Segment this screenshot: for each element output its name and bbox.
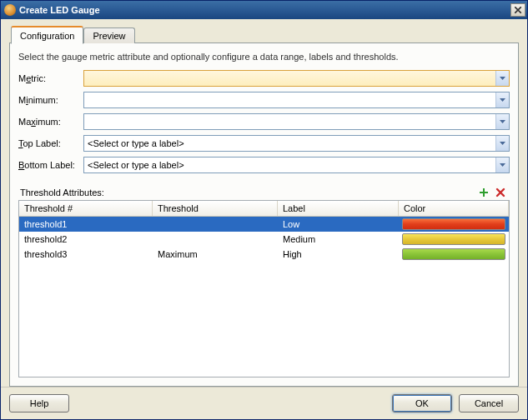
col-threshold[interactable]: Threshold xyxy=(153,201,278,216)
form-grid: Metric: Minimum: Maximum: xyxy=(18,70,510,173)
tab-configuration[interactable]: Configuration xyxy=(11,26,83,44)
bottom-label-combo-value: <Select or type a label> xyxy=(84,160,495,170)
table-row[interactable]: threshold1Low xyxy=(19,217,509,232)
threshold-table-body: threshold1Lowthreshold2Mediumthreshold3M… xyxy=(19,217,509,377)
minimum-label: Minimum: xyxy=(18,95,83,105)
threshold-section-title: Threshold Attributes: xyxy=(20,188,104,198)
color-swatch xyxy=(402,233,505,245)
metric-label: Metric: xyxy=(18,73,83,83)
metric-combo-arrow[interactable] xyxy=(495,71,509,86)
app-icon xyxy=(4,4,16,16)
ok-button[interactable]: OK xyxy=(392,394,452,412)
cell-label: Low xyxy=(278,219,399,229)
add-threshold-icon[interactable] xyxy=(478,187,490,198)
top-label-label: Top Label: xyxy=(18,138,83,148)
maximum-label: Maximum: xyxy=(18,117,83,127)
metric-combo[interactable] xyxy=(83,70,510,87)
cell-threshold: Maximum xyxy=(153,249,278,259)
bottom-label-combo[interactable]: <Select or type a label> xyxy=(83,157,510,173)
threshold-table: Threshold # Threshold Label Color thresh… xyxy=(18,200,510,378)
color-swatch xyxy=(402,218,505,230)
cell-threshold-num: threshold2 xyxy=(19,234,153,244)
window-title: Create LED Gauge xyxy=(19,5,100,15)
titlebar: Create LED Gauge xyxy=(1,1,527,19)
bottom-label-combo-arrow[interactable] xyxy=(495,158,509,172)
maximum-combo-arrow[interactable] xyxy=(495,114,509,129)
minimum-combo-arrow[interactable] xyxy=(495,92,509,108)
cell-color xyxy=(399,233,509,245)
col-label[interactable]: Label xyxy=(278,201,399,216)
minimum-combo[interactable] xyxy=(83,92,510,108)
dialog-window: Create LED Gauge Configuration Preview S… xyxy=(0,0,528,420)
delete-threshold-icon[interactable] xyxy=(495,187,506,198)
maximum-combo[interactable] xyxy=(83,113,510,130)
cell-label: High xyxy=(278,249,399,259)
top-label-combo[interactable]: <Select or type a label> xyxy=(83,135,510,152)
tab-strip: Configuration Preview xyxy=(9,26,519,43)
table-row[interactable]: threshold2Medium xyxy=(19,232,509,247)
close-button[interactable] xyxy=(510,3,525,17)
cell-color xyxy=(399,218,509,230)
cell-label: Medium xyxy=(278,234,399,244)
tab-panel-configuration: Select the gauge metric attribute and op… xyxy=(9,42,519,387)
color-swatch xyxy=(402,248,505,260)
dialog-footer: Help OK Cancel xyxy=(1,387,527,419)
col-color[interactable]: Color xyxy=(399,201,509,216)
svg-rect-1 xyxy=(480,192,488,193)
cell-color xyxy=(399,248,509,260)
col-threshold-num[interactable]: Threshold # xyxy=(19,201,153,216)
top-label-combo-arrow[interactable] xyxy=(495,136,509,151)
cell-threshold-num: threshold1 xyxy=(19,219,153,229)
help-button[interactable]: Help xyxy=(9,394,69,412)
bottom-label-label: Bottom Label: xyxy=(18,160,83,170)
threshold-section: Threshold Attributes: Threshold # Thresh… xyxy=(18,185,510,378)
top-label-combo-value: <Select or type a label> xyxy=(84,138,495,148)
cancel-button[interactable]: Cancel xyxy=(459,394,519,412)
cell-threshold-num: threshold3 xyxy=(19,249,153,259)
threshold-table-header: Threshold # Threshold Label Color xyxy=(19,201,509,217)
description-text: Select the gauge metric attribute and op… xyxy=(18,52,510,62)
table-row[interactable]: threshold3MaximumHigh xyxy=(19,247,509,262)
tab-preview[interactable]: Preview xyxy=(83,28,134,43)
